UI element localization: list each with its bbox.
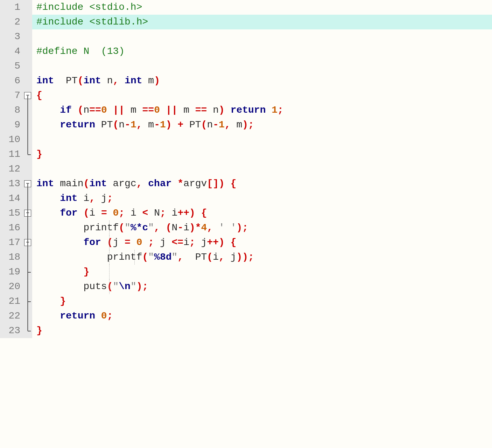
token-keyword: return <box>60 119 95 130</box>
code-content[interactable]: } <box>32 323 492 338</box>
line-number: 2 <box>0 15 23 29</box>
code-line[interactable]: 7−{ <box>0 88 492 103</box>
code-content[interactable]: } <box>32 147 492 162</box>
token-escape: %8d <box>154 252 171 262</box>
code-line[interactable]: 6int PT(int n, int m) <box>0 74 492 88</box>
token-op: = <box>125 237 131 248</box>
code-content[interactable]: #include <stdlib.h> <box>32 15 492 29</box>
line-number: 19 <box>0 265 23 279</box>
code-line[interactable]: 22 return 0; <box>0 309 492 323</box>
token-str: " <box>172 252 178 262</box>
code-content[interactable]: int i, j; <box>32 191 492 206</box>
code-line[interactable]: 2#include <stdlib.h> <box>0 15 492 29</box>
code-content[interactable]: return PT(n-1, m-1) + PT(n-1, m); <box>32 118 492 132</box>
token-punct: , <box>225 119 231 130</box>
token-num: 0 <box>101 105 107 115</box>
code-content[interactable]: int main(int argc, char *argv[]) { <box>32 176 492 191</box>
code-line[interactable]: 8 if (n==0 || m ==0 || m == n) return 1; <box>0 103 492 118</box>
token-ident: j <box>225 252 237 262</box>
token-keyword: return <box>231 105 266 115</box>
code-line[interactable]: 16 printf("%*c", (N-i)*4, ' '); <box>0 220 492 235</box>
code-content[interactable]: if (n==0 || m ==0 || m == n) return 1; <box>32 103 492 118</box>
code-content[interactable] <box>32 29 492 44</box>
token-ident: PT <box>54 75 77 86</box>
code-line[interactable]: 10 <box>0 132 492 147</box>
line-number: 15 <box>0 206 23 220</box>
code-content[interactable] <box>32 162 492 176</box>
token-preproc: #include <stdlib.h> <box>36 16 148 27</box>
token-ident: printf <box>36 252 142 262</box>
token-ident <box>119 75 125 86</box>
code-line[interactable]: 13−int main(int argc, char *argv[]) { <box>0 176 492 191</box>
code-line[interactable]: 14 int i, j; <box>0 191 492 206</box>
token-punct: ) <box>219 237 225 248</box>
token-keyword: int <box>36 178 54 189</box>
fold-gutter[interactable]: − <box>23 235 32 250</box>
token-ident: n <box>101 75 113 86</box>
token-ident <box>142 237 148 248</box>
token-ident <box>195 208 201 218</box>
token-str: " <box>148 252 154 262</box>
fold-gutter <box>23 294 32 309</box>
token-op: || <box>166 105 178 115</box>
code-editor[interactable]: 1#include <stdio.h>2#include <stdlib.h>3… <box>0 0 492 338</box>
fold-gutter <box>23 265 32 279</box>
fold-gutter <box>23 74 32 88</box>
token-punct: ( <box>83 178 89 189</box>
code-content[interactable]: #include <stdio.h> <box>32 0 492 15</box>
token-ident <box>36 208 60 218</box>
code-line[interactable]: 4#define N (13) <box>0 44 492 59</box>
token-str: " <box>125 222 131 233</box>
token-punct: ( <box>83 208 89 218</box>
line-number: 5 <box>0 59 23 74</box>
token-ident <box>78 208 84 218</box>
token-punct: ; <box>119 208 125 218</box>
indent-guide <box>109 265 110 279</box>
token-ident <box>107 208 113 218</box>
code-line[interactable]: 20 puts("\n"); <box>0 279 492 294</box>
token-ident: n <box>83 105 89 115</box>
code-line[interactable]: 5 <box>0 59 492 74</box>
code-line[interactable]: 19 } <box>0 265 492 279</box>
fold-gutter <box>23 250 32 265</box>
code-content[interactable]: } <box>32 294 492 309</box>
token-ident <box>160 222 166 233</box>
line-number: 9 <box>0 118 23 132</box>
code-line[interactable]: 15− for (i = 0; i < N; i++) { <box>0 206 492 220</box>
code-line[interactable]: 21 } <box>0 294 492 309</box>
fold-gutter[interactable]: − <box>23 176 32 191</box>
code-content[interactable]: { <box>32 88 492 103</box>
code-content[interactable]: } <box>32 265 492 279</box>
token-punct: ( <box>107 237 113 248</box>
token-punct: , <box>207 222 213 233</box>
code-content[interactable]: int PT(int n, int m) <box>32 74 492 88</box>
token-num: 0 <box>136 237 142 248</box>
token-punct: ; <box>277 105 283 115</box>
code-content[interactable]: for (i = 0; i < N; i++) { <box>32 206 492 220</box>
code-line[interactable]: 12 <box>0 162 492 176</box>
code-line[interactable]: 3 <box>0 29 492 44</box>
code-content[interactable]: #define N (13) <box>32 44 492 59</box>
token-op: - <box>177 222 183 233</box>
code-content[interactable] <box>32 132 492 147</box>
code-line[interactable]: 9 return PT(n-1, m-1) + PT(n-1, m); <box>0 118 492 132</box>
code-line[interactable]: 11} <box>0 147 492 162</box>
code-line[interactable]: 18 printf("%8d", PT(i, j)); <box>0 250 492 265</box>
code-content[interactable]: puts("\n"); <box>32 279 492 294</box>
token-ident: i <box>183 237 189 248</box>
token-brace: { <box>231 237 237 248</box>
code-line[interactable]: 23} <box>0 323 492 338</box>
code-content[interactable]: for (j = 0 ; j <=i; j++) { <box>32 235 492 250</box>
code-content[interactable]: printf("%*c", (N-i)*4, ' '); <box>32 220 492 235</box>
fold-gutter[interactable]: − <box>23 206 32 220</box>
token-punct: ( <box>201 119 207 130</box>
code-content[interactable] <box>32 59 492 74</box>
token-op: <= <box>172 237 184 248</box>
code-line[interactable]: 1#include <stdio.h> <box>0 0 492 15</box>
code-content[interactable]: return 0; <box>32 309 492 323</box>
code-line[interactable]: 17− for (j = 0 ; j <=i; j++) { <box>0 235 492 250</box>
token-keyword: if <box>60 105 72 115</box>
code-content[interactable]: printf("%8d", PT(i, j)); <box>32 250 492 265</box>
token-punct: ; <box>142 281 148 292</box>
fold-gutter[interactable]: − <box>23 88 32 103</box>
